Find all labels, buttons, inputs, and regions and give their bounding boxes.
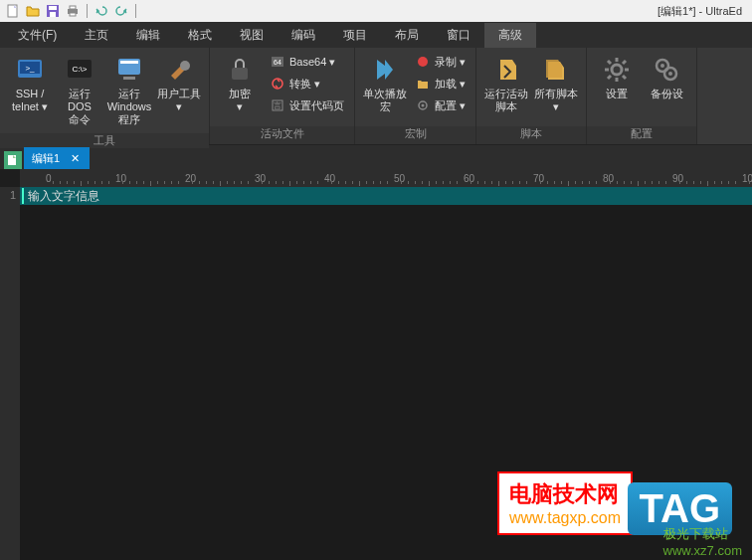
- svg-point-37: [668, 72, 672, 76]
- ribbon-button-label: 运行 DOS命令: [58, 88, 101, 127]
- ribbon-button-base64[interactable]: 64Base64 ▾: [266, 52, 348, 72]
- svg-text:64: 64: [274, 59, 282, 66]
- document-tab-bar: 编辑1 ✕: [0, 145, 752, 169]
- ribbon-button-usertool[interactable]: 用户工具▾: [155, 52, 203, 115]
- ribbon-button-label: 配置 ▾: [435, 98, 466, 113]
- undo-button[interactable]: [93, 2, 110, 20]
- ribbon-button-backup[interactable]: 备份设: [643, 52, 690, 102]
- svg-text:>_: >_: [25, 64, 35, 73]
- ribbon-button-runscript[interactable]: 运行活动脚本: [482, 52, 530, 115]
- svg-rect-5: [70, 6, 76, 9]
- svg-line-31: [623, 76, 626, 79]
- ribbon-button-convert[interactable]: 转换 ▾: [266, 74, 348, 93]
- ribbon-button-encrypt[interactable]: 加密▾: [216, 52, 264, 115]
- ribbon-button-codepage[interactable]: 言设置代码页: [266, 95, 348, 115]
- settings-icon: [601, 54, 633, 86]
- redo-button[interactable]: [112, 2, 130, 20]
- ribbon-button-label: SSH /telnet ▾: [12, 88, 48, 113]
- ribbon-button-allscript[interactable]: 所有脚本▾: [532, 52, 580, 115]
- playmacro-icon: [369, 54, 401, 86]
- separator: [87, 4, 88, 18]
- dos-icon: C:\>: [64, 54, 95, 86]
- ribbon-button-dos[interactable]: C:\>运行 DOS命令: [56, 52, 103, 129]
- ribbon-button-load[interactable]: 加载 ▾: [411, 74, 470, 93]
- ribbon-button-runwin[interactable]: 运行 Windows程序: [105, 52, 153, 129]
- close-tab-button[interactable]: ✕: [68, 151, 82, 165]
- editor-line[interactable]: 输入文字信息: [20, 187, 752, 205]
- ribbon-group: >_SSH /telnet ▾C:\>运行 DOS命令运行 Windows程序用…: [0, 48, 210, 144]
- menu-bar: 文件(F)主页编辑格式视图编码项目布局窗口高级: [0, 22, 752, 48]
- ribbon-button-config[interactable]: 配置 ▾: [411, 95, 470, 115]
- watermark-site1: 电脑技术网 www.tagxp.com: [497, 471, 633, 535]
- svg-rect-38: [8, 155, 16, 165]
- ribbon-button-label: 加载 ▾: [435, 77, 466, 92]
- ribbon-button-label: 运行活动脚本: [484, 88, 528, 113]
- ribbon-group-label: 工具: [0, 133, 209, 148]
- ruler-mark: 30: [255, 173, 266, 184]
- menu-item-9[interactable]: 高级: [484, 23, 536, 48]
- menu-item-1[interactable]: 主页: [71, 23, 122, 48]
- separator: [135, 4, 136, 18]
- watermark-url: www.xz7.com: [663, 543, 742, 558]
- ribbon-button-ssh[interactable]: >_SSH /telnet ▾: [6, 52, 54, 115]
- menu-item-5[interactable]: 编码: [278, 23, 329, 48]
- svg-rect-2: [49, 6, 57, 10]
- open-file-button[interactable]: [24, 2, 42, 20]
- ribbon-button-label: Base64 ▾: [289, 56, 335, 69]
- ribbon-button-settings[interactable]: 设置: [593, 52, 641, 102]
- watermark-site2: 极光下载站 www.xz7.com: [663, 525, 742, 558]
- svg-rect-3: [50, 12, 56, 17]
- ribbon-button-record[interactable]: 录制 ▾: [411, 52, 470, 72]
- watermark-text: 极光下载站: [663, 526, 728, 541]
- allscript-icon: [540, 54, 572, 86]
- ribbon-button-label: 加密▾: [229, 88, 251, 113]
- line-number: 1: [0, 189, 16, 201]
- svg-point-25: [612, 65, 622, 75]
- ribbon: >_SSH /telnet ▾C:\>运行 DOS命令运行 Windows程序用…: [0, 48, 752, 145]
- codepage-icon: 言: [270, 97, 285, 113]
- ruler-mark: 80: [603, 173, 614, 184]
- runscript-icon: [490, 54, 522, 86]
- ribbon-group-label: 活动文件: [210, 126, 354, 144]
- new-tab-icon[interactable]: [4, 151, 22, 169]
- watermark-text: 电脑技术网: [509, 479, 621, 509]
- base64-icon: 64: [270, 54, 285, 70]
- svg-line-32: [608, 76, 611, 79]
- svg-point-22: [418, 57, 428, 67]
- save-button[interactable]: [44, 2, 62, 20]
- ribbon-button-label: 设置代码页: [289, 98, 344, 113]
- menu-item-6[interactable]: 项目: [329, 23, 381, 48]
- print-button[interactable]: [64, 2, 82, 20]
- menu-item-8[interactable]: 窗口: [433, 23, 484, 48]
- ribbon-button-label: 所有脚本▾: [534, 88, 578, 113]
- ribbon-button-label: 运行 Windows程序: [107, 88, 152, 127]
- ribbon-button-playmacro[interactable]: 单次播放宏: [361, 52, 409, 115]
- editor-text: 输入文字信息: [24, 188, 99, 205]
- ribbon-group-label: 配置: [587, 126, 696, 144]
- menu-item-3[interactable]: 格式: [174, 23, 226, 48]
- ssh-icon: >_: [14, 54, 46, 86]
- ribbon-button-label: 转换 ▾: [289, 77, 320, 92]
- document-tab[interactable]: 编辑1 ✕: [24, 147, 90, 169]
- usertool-icon: [163, 54, 195, 86]
- ribbon-button-label: 备份设: [651, 88, 683, 100]
- ruler: 0102030405060708090100: [20, 169, 752, 187]
- ribbon-group-label: 脚本: [476, 126, 586, 144]
- config-icon: [415, 97, 431, 113]
- encrypt-icon: [224, 54, 256, 86]
- menu-item-0[interactable]: 文件(F): [4, 23, 71, 48]
- backup-icon: [651, 54, 682, 86]
- menu-item-2[interactable]: 编辑: [122, 23, 174, 48]
- ribbon-button-label: 设置: [606, 88, 628, 100]
- runwin-icon: [113, 54, 145, 86]
- ruler-mark: 20: [185, 173, 196, 184]
- menu-item-4[interactable]: 视图: [226, 23, 278, 48]
- menu-item-7[interactable]: 布局: [381, 23, 433, 48]
- record-icon: [415, 54, 431, 70]
- load-icon: [415, 76, 431, 92]
- svg-line-33: [623, 61, 626, 64]
- ribbon-button-label: 单次播放宏: [363, 88, 407, 113]
- new-file-button[interactable]: [4, 2, 22, 20]
- svg-rect-16: [232, 68, 248, 80]
- ruler-mark: 100: [742, 173, 752, 184]
